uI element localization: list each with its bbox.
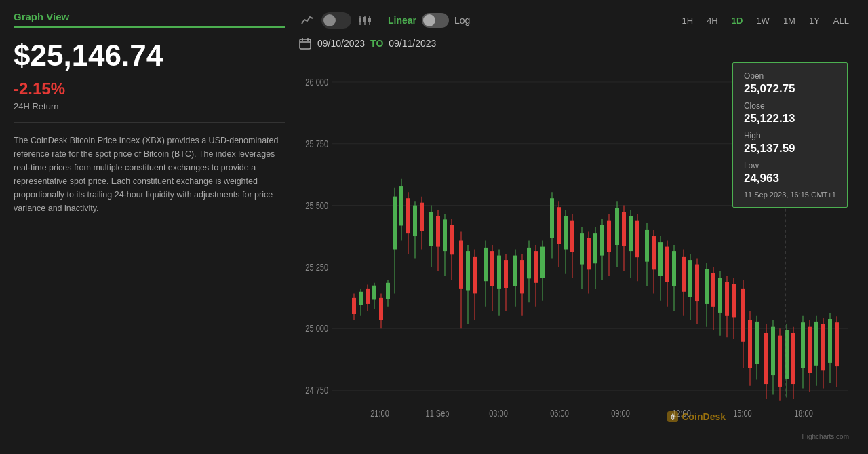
svg-rect-119 — [672, 251, 676, 286]
svg-rect-153 — [801, 322, 805, 368]
svg-rect-107 — [629, 216, 633, 251]
svg-rect-155 — [808, 327, 812, 373]
svg-rect-111 — [645, 230, 649, 262]
svg-rect-161 — [828, 319, 832, 363]
time-btn-1h[interactable]: 1H — [677, 13, 699, 29]
svg-rect-51 — [420, 203, 424, 231]
svg-rect-97 — [593, 233, 597, 263]
svg-rect-131 — [718, 278, 722, 313]
left-panel: Graph View $25,146.74 -2.15% 24H Return … — [14, 11, 298, 443]
svg-rect-37 — [372, 286, 376, 300]
svg-text:11 Sep: 11 Sep — [426, 408, 450, 419]
date-range-row: 09/10/2023 TO 09/11/2023 — [298, 37, 854, 50]
svg-rect-137 — [741, 289, 745, 342]
svg-rect-63 — [466, 251, 470, 290]
line-chart-icon[interactable] — [298, 11, 317, 30]
svg-rect-35 — [366, 289, 370, 304]
high-value: 25,137.59 — [744, 142, 836, 155]
svg-rect-5 — [368, 18, 371, 22]
svg-rect-117 — [665, 247, 669, 282]
calendar-icon — [298, 37, 312, 50]
candlestick-icon[interactable] — [355, 11, 374, 30]
open-label: Open — [744, 71, 836, 81]
svg-rect-81 — [534, 251, 538, 283]
linear-label: Linear — [388, 15, 416, 26]
svg-rect-157 — [814, 322, 818, 366]
svg-rect-55 — [436, 216, 440, 246]
svg-rect-87 — [557, 207, 561, 244]
svg-rect-31 — [352, 298, 356, 314]
svg-rect-85 — [550, 198, 554, 238]
svg-rect-47 — [406, 198, 410, 233]
svg-rect-129 — [711, 273, 715, 307]
time-btn-all[interactable]: ALL — [828, 13, 854, 29]
svg-rect-77 — [520, 260, 524, 293]
svg-rect-139 — [748, 320, 752, 368]
svg-rect-133 — [725, 282, 729, 316]
time-btn-4h[interactable]: 4H — [701, 13, 724, 29]
svg-rect-33 — [359, 292, 363, 305]
current-price: $25,146.74 — [14, 39, 285, 73]
svg-rect-75 — [513, 256, 517, 286]
low-value: 24,963 — [744, 172, 836, 185]
svg-rect-89 — [564, 216, 568, 249]
low-label: Low — [744, 161, 836, 170]
svg-rect-49 — [413, 206, 417, 236]
coindesk-watermark: ₿ CoinDesk — [667, 411, 726, 423]
chart-area: 26 000 25 750 25 500 25 250 25 000 24 75… — [298, 56, 854, 443]
svg-rect-103 — [615, 208, 619, 246]
svg-rect-143 — [764, 333, 768, 384]
svg-text:26 000: 26 000 — [305, 77, 328, 88]
svg-rect-141 — [755, 322, 759, 364]
svg-text:25 750: 25 750 — [305, 138, 328, 150]
high-label: High — [744, 131, 836, 140]
svg-text:25 500: 25 500 — [305, 200, 328, 211]
svg-rect-57 — [443, 219, 447, 251]
svg-rect-39 — [379, 298, 383, 320]
svg-rect-83 — [540, 247, 545, 278]
time-btn-1m[interactable]: 1M — [778, 13, 801, 29]
svg-rect-135 — [732, 284, 736, 317]
svg-text:₿: ₿ — [671, 413, 675, 421]
svg-rect-43 — [393, 197, 397, 250]
return-label: 24H Return — [14, 101, 285, 111]
linear-log-knob — [423, 14, 435, 26]
svg-rect-6 — [300, 39, 311, 49]
chart-type-icons — [298, 11, 374, 30]
svg-rect-145 — [771, 327, 775, 375]
linear-log-toggle: Linear Log — [388, 13, 470, 28]
time-btn-1w[interactable]: 1W — [751, 13, 775, 29]
return-percentage: -2.15% — [14, 79, 285, 98]
svg-text:25 250: 25 250 — [305, 261, 328, 273]
svg-rect-113 — [652, 236, 656, 269]
svg-rect-105 — [622, 212, 626, 246]
svg-rect-101 — [607, 221, 611, 252]
svg-rect-147 — [778, 336, 782, 387]
svg-text:21:00: 21:00 — [370, 408, 389, 419]
toggle-knob — [323, 14, 336, 26]
chart-type-toggle[interactable] — [321, 12, 351, 29]
svg-rect-69 — [490, 251, 494, 286]
date-to: 09/11/2023 — [389, 38, 436, 49]
svg-rect-121 — [682, 257, 686, 292]
svg-rect-3 — [363, 17, 366, 22]
svg-text:06:00: 06:00 — [550, 408, 569, 419]
linear-log-switch[interactable] — [422, 13, 449, 28]
svg-rect-91 — [570, 221, 574, 252]
svg-text:15:00: 15:00 — [733, 408, 752, 419]
svg-text:03:00: 03:00 — [489, 408, 508, 419]
page-title: Graph View — [14, 11, 285, 28]
time-btn-1d[interactable]: 1D — [726, 13, 749, 29]
time-buttons: 1H 4H 1D 1W 1M 1Y ALL — [677, 13, 854, 29]
close-value: 25,122.13 — [744, 112, 836, 126]
close-label: Close — [744, 101, 836, 111]
divider — [14, 122, 285, 123]
svg-rect-79 — [527, 248, 531, 278]
svg-text:25 000: 25 000 — [305, 323, 328, 335]
date-from: 09/10/2023 — [317, 38, 365, 49]
date-to-label: TO — [370, 38, 383, 49]
time-btn-1y[interactable]: 1Y — [804, 13, 825, 29]
log-label: Log — [454, 15, 470, 26]
svg-rect-163 — [835, 322, 839, 366]
svg-rect-123 — [688, 260, 692, 297]
